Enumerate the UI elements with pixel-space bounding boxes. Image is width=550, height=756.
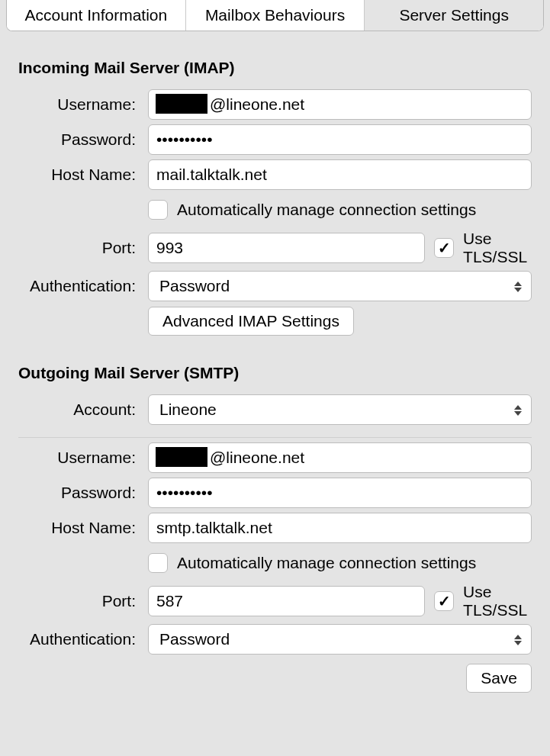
updown-icon	[513, 278, 523, 295]
tab-account-information[interactable]: Account Information	[7, 0, 186, 31]
select-value: Lineone	[159, 401, 217, 419]
tab-label: Mailbox Behaviours	[205, 6, 345, 24]
outgoing-hostname-field[interactable]	[148, 513, 532, 543]
incoming-tls-label: Use TLS/SSL	[463, 230, 532, 266]
outgoing-tls-checkbox[interactable]	[434, 591, 454, 611]
incoming-heading: Incoming Mail Server (IMAP)	[18, 59, 532, 77]
outgoing-auth-select[interactable]: Password	[148, 624, 532, 655]
outgoing-automanage-label: Automatically manage connection settings	[177, 554, 476, 572]
label-incoming-password: Password:	[18, 130, 148, 149]
outgoing-tls-label: Use TLS/SSL	[463, 583, 532, 619]
select-value: Password	[159, 630, 230, 648]
incoming-password-field[interactable]	[148, 124, 532, 155]
incoming-tls-checkbox[interactable]	[434, 238, 454, 258]
advanced-imap-settings-button[interactable]: Advanced IMAP Settings	[148, 307, 354, 336]
select-value: Password	[159, 277, 230, 295]
outgoing-account-select[interactable]: Lineone	[148, 394, 532, 425]
incoming-automanage-label: Automatically manage connection settings	[177, 201, 476, 219]
label-incoming-auth: Authentication:	[18, 277, 148, 295]
outgoing-password-field[interactable]	[148, 478, 532, 508]
tab-server-settings[interactable]: Server Settings	[365, 0, 543, 31]
redacted-block	[156, 447, 207, 467]
divider	[18, 437, 532, 438]
redacted-block	[156, 94, 207, 114]
label-incoming-username: Username:	[18, 95, 148, 114]
label-outgoing-auth: Authentication:	[18, 630, 148, 648]
incoming-auth-select[interactable]: Password	[148, 271, 532, 301]
updown-icon	[513, 632, 523, 648]
updown-icon	[513, 402, 523, 419]
tab-bar: Account Information Mailbox Behaviours S…	[6, 0, 544, 31]
label-outgoing-password: Password:	[18, 484, 148, 502]
label-outgoing-username: Username:	[18, 449, 148, 467]
tab-label: Server Settings	[399, 6, 509, 24]
incoming-automanage-checkbox[interactable]	[148, 200, 168, 220]
tab-mailbox-behaviours[interactable]: Mailbox Behaviours	[186, 0, 365, 31]
label-incoming-port: Port:	[18, 239, 148, 257]
outgoing-port-field[interactable]	[148, 586, 425, 616]
label-outgoing-account: Account:	[18, 401, 148, 419]
label-outgoing-hostname: Host Name:	[18, 519, 148, 537]
outgoing-heading: Outgoing Mail Server (SMTP)	[18, 364, 532, 382]
tab-label: Account Information	[24, 6, 167, 24]
label-incoming-hostname: Host Name:	[18, 166, 148, 184]
outgoing-automanage-checkbox[interactable]	[148, 553, 168, 573]
save-button[interactable]: Save	[466, 664, 532, 693]
incoming-port-field[interactable]	[148, 233, 425, 263]
label-outgoing-port: Port:	[18, 592, 148, 610]
incoming-hostname-field[interactable]	[148, 159, 532, 190]
